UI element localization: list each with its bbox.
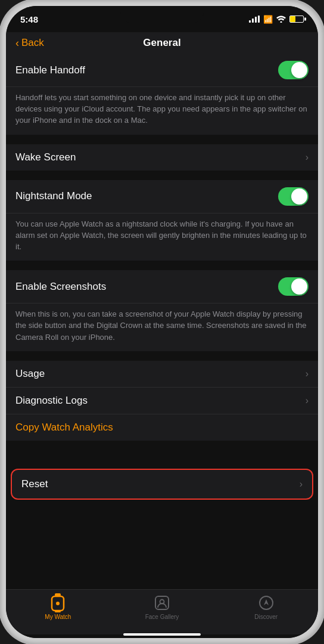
face-gallery-tab-label: Face Gallery — [145, 614, 179, 620]
nightstand-row[interactable]: Nightstand Mode — [6, 180, 318, 213]
reset-row[interactable]: Reset › — [11, 469, 313, 500]
screenshots-label: Enable Screenshots — [15, 281, 106, 293]
usage-section: Usage › Diagnostic Logs › Copy Watch Ana… — [6, 361, 318, 441]
notch — [120, 6, 204, 23]
screenshots-section: Enable Screenshots When this is on, you … — [6, 270, 318, 351]
wifi-icon: 📶 — [263, 15, 273, 24]
handoff-section: Enable Handoff Handoff lets you start so… — [6, 54, 318, 135]
tab-face-gallery[interactable]: Face Gallery — [110, 595, 214, 620]
status-bar: 5:48 📶 — [6, 6, 318, 32]
divider — [6, 265, 318, 270]
svg-rect-2 — [55, 593, 61, 596]
discover-tab-label: Discover — [254, 614, 278, 620]
handoff-row[interactable]: Enable Handoff — [6, 54, 318, 87]
content-area: Enable Handoff Handoff lets you start so… — [6, 54, 318, 589]
battery-icon — [289, 16, 304, 23]
nav-bar: ‹ Back General — [6, 32, 318, 54]
nightstand-toggle[interactable] — [278, 187, 309, 206]
usage-row[interactable]: Usage › — [6, 361, 318, 388]
diagnostic-logs-chevron-icon: › — [306, 395, 309, 406]
home-bar — [123, 633, 201, 636]
nightstand-label: Nightstand Mode — [15, 190, 92, 202]
phone-screen: 5:48 📶 — [6, 6, 318, 638]
divider — [6, 140, 318, 144]
status-time: 5:48 — [20, 14, 38, 24]
screenshots-description-text: When this is on, you can take a screensh… — [15, 309, 307, 341]
handoff-toggle[interactable] — [278, 61, 309, 79]
nightstand-section: Nightstand Mode You can use Apple Watch … — [6, 180, 318, 261]
tab-bar: My Watch Face Gallery — [6, 589, 318, 634]
back-label: Back — [21, 37, 44, 49]
divider — [6, 356, 318, 361]
screenshots-description: When this is on, you can take a screensh… — [6, 304, 318, 351]
reset-wrapper: Reset › — [11, 469, 313, 500]
nightstand-description: You can use Apple Watch as a nightstand … — [6, 213, 318, 261]
copy-watch-analytics-row[interactable]: Copy Watch Analytics — [6, 414, 318, 441]
discover-icon — [258, 595, 275, 611]
wake-screen-row[interactable]: Wake Screen › — [6, 144, 318, 171]
section-gap — [6, 445, 318, 466]
wake-screen-chevron-icon: › — [306, 152, 309, 163]
handoff-description-text: Handoff lets you start something on one … — [15, 93, 307, 125]
reset-label: Reset — [21, 478, 48, 490]
svg-marker-8 — [264, 599, 269, 605]
back-chevron-icon: ‹ — [15, 37, 19, 49]
home-indicator — [6, 634, 318, 638]
back-button[interactable]: ‹ Back — [15, 37, 44, 49]
diagnostic-logs-label: Diagnostic Logs — [15, 395, 88, 407]
nightstand-description-text: You can use Apple Watch as a nightstand … — [15, 219, 307, 251]
svg-rect-3 — [55, 611, 61, 612]
usage-chevron-icon: › — [306, 369, 309, 379]
handoff-description: Handoff lets you start something on one … — [6, 87, 318, 135]
tab-discover[interactable]: Discover — [214, 595, 318, 620]
usage-label: Usage — [15, 368, 45, 380]
status-icons: 📶 — [249, 15, 304, 24]
screenshots-toggle[interactable] — [278, 277, 309, 296]
phone-frame: 5:48 📶 — [0, 0, 324, 644]
wake-screen-section: Wake Screen › — [6, 144, 318, 171]
divider — [6, 175, 318, 180]
wake-screen-label: Wake Screen — [15, 151, 76, 163]
my-watch-tab-label: My Watch — [45, 614, 71, 620]
copy-watch-analytics-label: Copy Watch Analytics — [15, 422, 113, 434]
my-watch-icon — [49, 595, 66, 611]
wifi-icon — [276, 16, 286, 23]
svg-point-0 — [281, 21, 282, 23]
page-title: General — [143, 37, 180, 49]
face-gallery-icon — [154, 595, 170, 611]
signal-bars-icon — [249, 16, 260, 23]
svg-point-4 — [56, 602, 60, 605]
screenshots-row[interactable]: Enable Screenshots — [6, 270, 318, 304]
handoff-label: Enable Handoff — [15, 64, 85, 76]
reset-section: Reset › — [6, 466, 318, 502]
diagnostic-logs-row[interactable]: Diagnostic Logs › — [6, 388, 318, 414]
reset-chevron-icon: › — [300, 479, 303, 490]
bottom-spacer — [6, 502, 318, 512]
tab-my-watch[interactable]: My Watch — [6, 595, 110, 620]
